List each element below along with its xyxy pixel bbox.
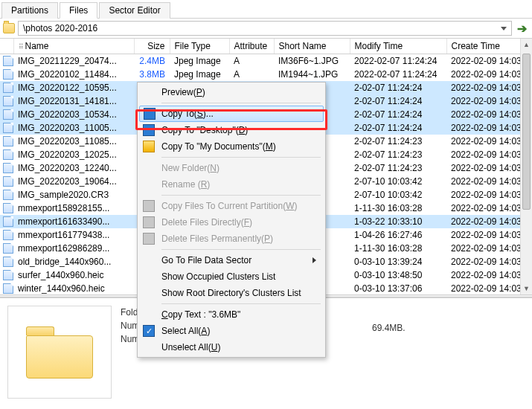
ctx-separator <box>161 157 321 158</box>
scroll-up-icon[interactable]: ▲ <box>521 39 532 51</box>
delete-permanent-icon <box>143 233 155 245</box>
ctx-copy-current-partition[interactable]: Copy Files To Current Partition(W) <box>139 198 324 214</box>
ctx-delete-permanently[interactable]: Delete Files Permanently(P) <box>139 231 324 247</box>
ctx-copy-text[interactable]: Copy Text : "3.6MB" <box>139 306 324 323</box>
cell-name: IMG_sample2020.CR3 <box>13 188 134 202</box>
cell-modify-time: 0-03-10 13:48:50 <box>350 268 446 282</box>
ctx-copy-to[interactable]: Copy To(S)... <box>139 106 324 122</box>
cell-create-time: 2022-02-09 14:03: <box>446 282 532 295</box>
big-folder-icon <box>26 326 93 379</box>
cell-name: IMG_20220203_19064... <box>13 175 134 188</box>
ctx-goto-sector[interactable]: Go To File Data Sector <box>139 252 324 268</box>
cell-create-time: 2022-02-09 14:03: <box>446 202 532 215</box>
file-icon <box>3 243 13 254</box>
cell-name: IMG_20220203_12240... <box>13 161 134 175</box>
file-icon <box>3 149 13 160</box>
cell-file-type: Jpeg Image <box>170 68 229 81</box>
header-create-time[interactable]: Create Time <box>446 39 532 54</box>
ctx-show-occupied[interactable]: Show Occupied Clusters List <box>139 268 324 285</box>
cell-size: 2.4MB <box>134 54 170 68</box>
file-icon <box>3 83 13 93</box>
ctx-separator <box>161 195 321 196</box>
header-attribute[interactable]: Attribute <box>229 39 274 54</box>
header-modify-time[interactable]: Modify Time <box>350 39 446 54</box>
cell-name: IMG_20220131_14181... <box>13 94 134 108</box>
folder-thumbnail <box>7 306 112 399</box>
cell-name: mmexport162986289... <box>13 242 134 255</box>
cell-short-name: IM1944~1.JPG <box>274 68 350 81</box>
cell-create-time: 2022-02-09 14:03: <box>446 94 532 108</box>
cell-name: mmexport161633490... <box>13 215 134 228</box>
header-short-name[interactable]: Short Name <box>274 39 350 54</box>
cell-create-time: 2022-02-09 14:03: <box>446 255 532 268</box>
file-icon <box>3 203 13 213</box>
cell-create-time: 2022-02-09 14:03: <box>446 242 532 255</box>
file-icon <box>3 123 13 133</box>
context-menu: Preview(P) Copy To(S)... Copy To "Deskto… <box>137 82 326 358</box>
cell-create-time: 2022-02-09 14:03: <box>446 108 532 121</box>
cell-modify-time: 1-11-30 16:03:28 <box>350 202 446 215</box>
path-input[interactable]: \photos 2020-2016 <box>18 21 512 36</box>
cell-modify-time: 0-03-10 13:39:24 <box>350 255 446 268</box>
cell-name: IMG_20220203_11005... <box>13 121 134 135</box>
file-icon <box>3 257 13 267</box>
scroll-thumb[interactable] <box>522 54 531 210</box>
tab-files[interactable]: Files <box>60 2 97 19</box>
cell-name: IMG_20220102_11484... <box>13 68 134 81</box>
header-name[interactable]: ⠿Name <box>13 39 134 54</box>
checkbox-icon <box>143 325 155 337</box>
cell-modify-time: 2-07-10 10:03:42 <box>350 175 446 188</box>
cell-modify-time: 2-02-07 11:24:23 <box>350 148 446 161</box>
cell-modify-time: 2-02-07 11:24:24 <box>350 121 446 135</box>
cell-attribute: A <box>229 54 274 68</box>
cell-modify-time: 0-03-10 13:37:06 <box>350 282 446 295</box>
cell-modify-time: 2-07-10 10:03:42 <box>350 188 446 202</box>
ctx-select-all[interactable]: Select All(A) <box>139 323 324 339</box>
cell-modify-time: 2022-02-07 11:24:24 <box>350 68 446 81</box>
copy-to-icon <box>144 108 156 120</box>
table-row[interactable]: IMG_20211229_20474...2.4MBJpeg ImageAIM3… <box>0 54 532 68</box>
header-size[interactable]: Size <box>134 39 170 54</box>
ctx-copy-docs[interactable]: Copy To "My Documents"(M) <box>139 138 324 155</box>
ctx-delete-directly[interactable]: Delete Files Directly(F) <box>139 214 324 231</box>
file-icon <box>3 216 13 227</box>
cell-modify-time: 1-04-26 16:27:46 <box>350 228 446 242</box>
ctx-new-folder[interactable]: New Folder(N) <box>139 160 324 176</box>
tab-sector-editor[interactable]: Sector Editor <box>99 2 170 19</box>
documents-folder-icon <box>143 141 155 152</box>
cell-name: IMG_20211229_20474... <box>13 54 134 68</box>
cell-modify-time: 2-02-07 11:24:24 <box>350 81 446 94</box>
tab-partitions[interactable]: Partitions <box>1 2 58 19</box>
chevron-down-icon[interactable] <box>501 27 507 30</box>
ctx-copy-desktop[interactable]: Copy To "Desktop"(D) <box>139 122 324 138</box>
file-icon <box>3 109 13 120</box>
path-text: \photos 2020-2016 <box>23 23 97 33</box>
vertical-scrollbar[interactable]: ▲ ▼ <box>520 39 532 294</box>
table-row[interactable]: IMG_20220102_11484...3.8MBJpeg ImageAIM1… <box>0 68 532 81</box>
scroll-down-icon[interactable]: ▼ <box>521 283 532 294</box>
cell-modify-time: 2022-02-07 11:24:24 <box>350 54 446 68</box>
go-arrow-icon[interactable]: ➔ <box>515 22 529 36</box>
file-icon <box>3 230 13 240</box>
cell-file-type: Jpeg Image <box>170 54 229 68</box>
cell-modify-time: 1-11-30 16:03:28 <box>350 242 446 255</box>
file-icon <box>3 283 13 294</box>
ctx-unselect-all[interactable]: Unselect All(U) <box>139 339 324 355</box>
cell-name: mmexport158928155... <box>13 202 134 215</box>
cell-short-name: IM36F6~1.JPG <box>274 54 350 68</box>
desktop-icon <box>143 124 155 136</box>
ctx-show-root[interactable]: Show Root Directory's Clusters List <box>139 285 324 301</box>
header-file-type[interactable]: File Type <box>170 39 229 54</box>
ctx-rename[interactable]: Rename (R) <box>139 176 324 193</box>
top-tabs: Partitions Files Sector Editor <box>0 0 532 19</box>
cell-modify-time: 1-03-22 10:33:10 <box>350 215 446 228</box>
cell-modify-time: 2-02-07 11:24:24 <box>350 108 446 121</box>
cell-name: mmexport161779438... <box>13 228 134 242</box>
file-icon <box>3 136 13 146</box>
cell-create-time: 2022-02-09 14:03: <box>446 54 532 68</box>
partition-icon <box>143 200 155 212</box>
cell-modify-time: 2-02-07 11:24:23 <box>350 135 446 148</box>
ctx-preview[interactable]: Preview(P) <box>139 84 324 100</box>
cell-create-time: 2022-02-09 14:03: <box>446 121 532 135</box>
header-icon[interactable] <box>0 39 13 54</box>
